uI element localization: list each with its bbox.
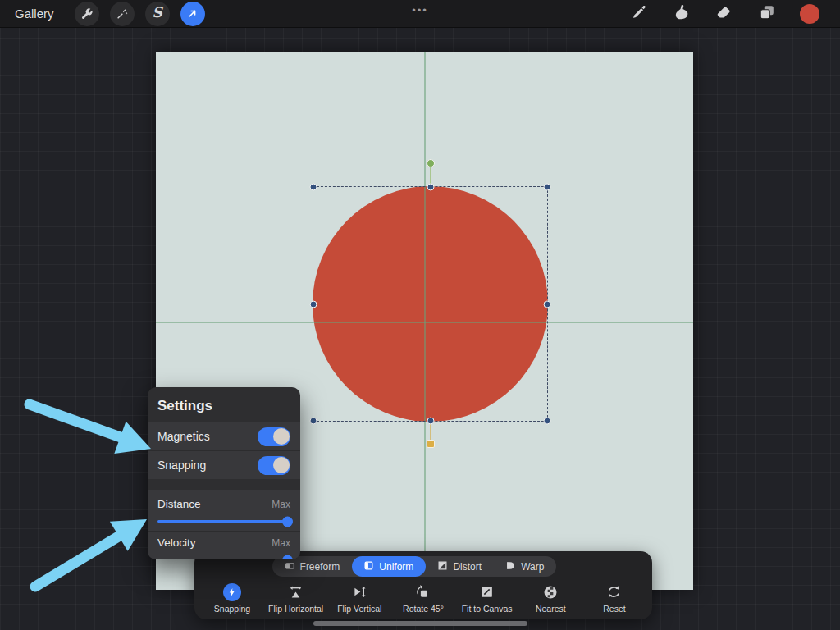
reset-cycle-icon xyxy=(605,582,623,601)
slider-thumb[interactable] xyxy=(282,516,293,527)
mode-label: Distort xyxy=(453,561,482,573)
mode-label: Freeform xyxy=(300,561,340,573)
transform-handle-mid-left[interactable] xyxy=(310,300,317,308)
transform-actions-row: Snapping Flip Horizontal xyxy=(198,580,649,618)
distort-icon xyxy=(437,560,448,573)
slider-group: Distance Max Velocity Max xyxy=(148,490,300,559)
toggle-knob xyxy=(273,428,290,445)
flip-vertical-button[interactable]: Flip Vertical xyxy=(328,580,390,618)
rotate-45-button[interactable]: Rotate 45° xyxy=(392,580,454,618)
magic-wand-icon xyxy=(116,7,129,21)
action-label: Snapping xyxy=(214,604,250,614)
selection-s-icon: S xyxy=(152,6,162,20)
distance-slider[interactable] xyxy=(158,520,290,523)
actions-button[interactable] xyxy=(75,2,99,26)
pivot-handle[interactable] xyxy=(427,440,435,448)
transform-handle-top-right[interactable] xyxy=(544,184,551,191)
action-label: Reset xyxy=(603,604,625,614)
velocity-value: Max xyxy=(272,537,290,549)
mode-uniform[interactable]: Uniform xyxy=(352,556,426,577)
snapping-lightning-icon xyxy=(223,583,241,601)
rotate-45-icon xyxy=(414,582,431,601)
settings-title: Settings xyxy=(148,387,300,422)
top-toolbar: Gallery S ••• xyxy=(0,0,840,28)
color-button[interactable] xyxy=(797,2,822,26)
flip-vertical-icon xyxy=(351,582,368,601)
selection-button[interactable]: S xyxy=(145,2,170,26)
transform-button[interactable] xyxy=(180,2,205,26)
nearest-button[interactable]: Nearest xyxy=(519,580,582,618)
smudge-finger-icon xyxy=(673,3,691,25)
home-indicator[interactable] xyxy=(313,621,527,626)
transform-handle-top-center[interactable] xyxy=(427,184,434,191)
snapping-button[interactable]: Snapping xyxy=(201,580,263,618)
slider-separator xyxy=(148,531,300,532)
brush-icon xyxy=(630,3,648,25)
magnetics-label: Magnetics xyxy=(158,430,210,443)
fit-to-canvas-button[interactable]: Fit to Canvas xyxy=(456,580,518,618)
flip-horizontal-button[interactable]: Flip Horizontal xyxy=(265,580,327,618)
eraser-button[interactable] xyxy=(712,2,737,26)
transform-handle-bottom-center[interactable] xyxy=(427,418,434,425)
freeform-icon xyxy=(285,560,295,573)
color-swatch xyxy=(800,4,819,24)
snapping-label: Snapping xyxy=(158,459,206,472)
wrench-icon xyxy=(80,7,94,21)
velocity-label: Velocity xyxy=(158,536,196,549)
action-label: Rotate 45° xyxy=(403,604,444,614)
smudge-button[interactable] xyxy=(669,2,694,26)
annotation-arrow-velocity xyxy=(35,519,147,587)
layers-icon xyxy=(758,3,776,25)
action-label: Flip Vertical xyxy=(337,604,381,614)
mode-label: Uniform xyxy=(379,561,413,573)
rotate-handle[interactable] xyxy=(427,159,435,167)
magnetics-row: Magnetics xyxy=(148,422,300,450)
action-label: Flip Horizontal xyxy=(268,604,323,614)
paint-tools-group xyxy=(627,0,840,27)
reset-button[interactable]: Reset xyxy=(583,580,646,618)
transform-selection-box[interactable] xyxy=(313,186,548,422)
eraser-icon xyxy=(715,3,733,25)
action-label: Fit to Canvas xyxy=(462,604,513,614)
layers-button[interactable] xyxy=(755,2,779,26)
settings-popup: Settings Magnetics Snapping Distance Max… xyxy=(148,387,300,559)
toggle-knob xyxy=(273,457,290,473)
magnetics-toggle[interactable] xyxy=(258,427,290,446)
transform-handle-mid-right[interactable] xyxy=(544,300,551,308)
snapping-row: Snapping xyxy=(148,450,300,479)
transform-handle-top-left[interactable] xyxy=(310,184,317,191)
distance-value: Max xyxy=(272,499,290,510)
slider-thumb[interactable] xyxy=(282,555,293,559)
transform-toolbar-panel: Freeform Uniform Distort Warp Snappin xyxy=(194,551,652,619)
snapping-toggle[interactable] xyxy=(258,456,290,475)
uniform-icon xyxy=(363,560,374,573)
warp-icon xyxy=(505,560,516,573)
annotation-arrow-magnetics xyxy=(30,404,151,454)
transform-arrow-icon xyxy=(186,7,199,20)
mode-label: Warp xyxy=(521,561,544,573)
gallery-button[interactable]: Gallery xyxy=(15,7,54,21)
nearest-interpolation-icon xyxy=(542,582,559,601)
window-menu-dots[interactable]: ••• xyxy=(412,4,428,16)
transform-handle-bottom-right[interactable] xyxy=(544,418,551,425)
mode-warp[interactable]: Warp xyxy=(494,556,556,577)
adjustments-button[interactable] xyxy=(110,2,135,26)
fit-to-canvas-icon xyxy=(479,582,495,601)
action-label: Nearest xyxy=(536,604,566,614)
mode-distort[interactable]: Distort xyxy=(426,556,494,577)
transform-mode-segment: Freeform Uniform Distort Warp xyxy=(272,556,556,577)
flip-horizontal-icon xyxy=(287,582,304,601)
distance-label: Distance xyxy=(158,498,201,510)
brush-button[interactable] xyxy=(627,2,651,26)
velocity-slider[interactable] xyxy=(158,559,290,559)
transform-handle-bottom-left[interactable] xyxy=(310,418,317,425)
toggle-group: Magnetics Snapping xyxy=(148,422,300,479)
